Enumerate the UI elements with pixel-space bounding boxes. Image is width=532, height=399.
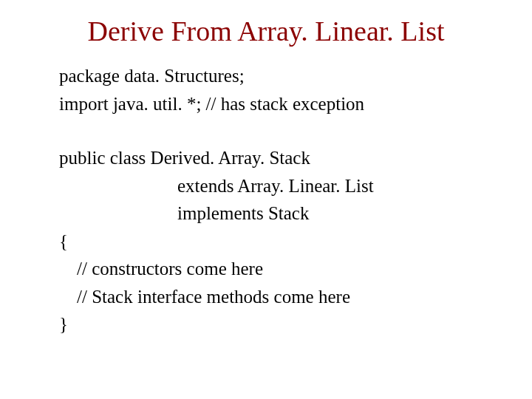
code-line-import: import java. util. *; // has stack excep… <box>59 90 473 118</box>
code-line-comment-methods: // Stack interface methods come here <box>59 283 473 311</box>
code-line-implements: implements Stack <box>59 200 473 228</box>
code-line-class-decl: public class Derived. Array. Stack <box>59 144 473 172</box>
code-line-open-brace: { <box>59 228 473 256</box>
spacer <box>59 117 473 144</box>
code-line-package: package data. Structures; <box>59 62 473 90</box>
code-line-extends: extends Array. Linear. List <box>59 172 473 200</box>
code-line-comment-constructors: // constructors come here <box>59 255 473 283</box>
slide-title: Derive From Array. Linear. List <box>59 15 473 47</box>
code-line-close-brace: } <box>59 310 473 338</box>
